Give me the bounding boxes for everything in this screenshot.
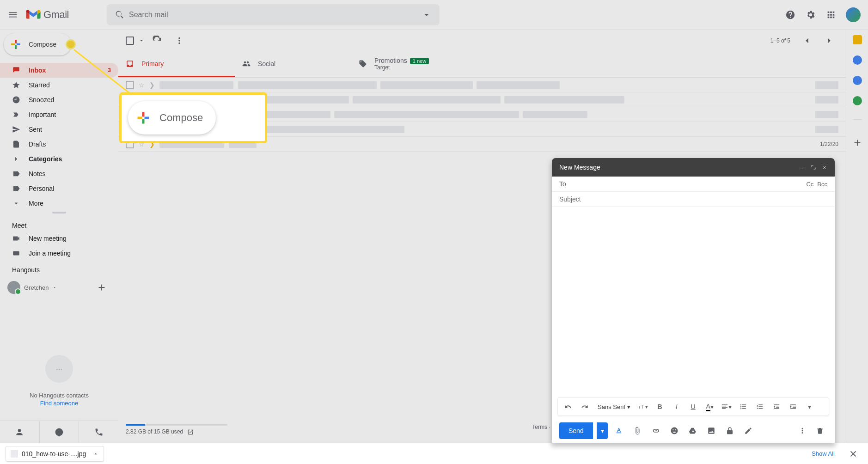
undo-button[interactable] [562,400,575,413]
show-all-downloads[interactable]: Show All [806,447,840,460]
find-someone-link[interactable]: Find someone [0,400,118,407]
text-color-button[interactable]: A ▾ [703,400,716,413]
keep-addon-icon[interactable] [853,55,862,65]
nav-starred[interactable]: Starred [0,78,118,92]
open-link-icon[interactable] [187,429,194,435]
search-bar[interactable] [107,4,440,25]
compose-button[interactable]: Compose [4,33,71,55]
prev-page-button[interactable] [798,31,816,50]
attach-file-button[interactable] [630,423,645,438]
cc-toggle[interactable]: Cc [806,181,813,188]
select-all-checkbox[interactable] [126,37,134,45]
get-addons-button[interactable] [848,134,867,152]
tasks-addon-icon[interactable] [853,76,862,85]
download-filename: 010_how-to-use-....jpg [22,450,86,458]
insert-link-button[interactable] [648,423,663,438]
insert-signature-button[interactable] [741,423,756,438]
italic-button[interactable]: I [670,400,683,413]
subject-input[interactable] [559,195,827,203]
bulleted-list-button[interactable] [753,400,766,413]
align-button[interactable]: ▾ [720,400,733,413]
discard-draft-button[interactable] [813,423,827,438]
indent-less-button[interactable] [770,400,783,413]
phone-tab[interactable] [79,421,118,443]
gmail-logo[interactable]: Gmail [26,9,69,21]
download-chip[interactable]: 010_how-to-use-....jpg [6,446,104,462]
compose-plus-icon [10,39,21,50]
compose-label: Compose [29,41,56,48]
nav-more[interactable]: More [0,196,118,211]
nav-sent[interactable]: Sent [0,122,118,137]
chevron-up-icon[interactable] [92,451,99,457]
subject-row[interactable] [552,192,835,207]
svg-rect-0 [15,40,17,43]
hangouts-empty-state: No Hangouts contacts Find someone [0,355,118,407]
contacts-tab[interactable] [0,421,40,443]
minimize-icon[interactable] [800,165,805,170]
font-size-button[interactable]: тT ▾ [637,400,650,413]
hangouts-tab[interactable] [40,421,79,443]
new-chat-button[interactable] [92,278,111,297]
compose-header[interactable]: New Message [552,158,835,177]
to-input[interactable] [570,180,803,188]
meet-new-meeting[interactable]: New meeting [0,231,118,246]
format-toolbar: Sans Serif ▾ тT ▾ B I U A ▾ ▾ ▾ [557,397,829,416]
settings-button[interactable] [801,6,820,24]
contacts-addon-icon[interactable] [853,96,862,105]
insert-drive-button[interactable] [685,423,700,438]
mail-row[interactable]: ☆❯ [118,78,846,92]
send-row: Send ▾ [552,419,835,443]
more-options-button[interactable] [795,423,810,438]
account-avatar[interactable] [846,7,861,22]
importance-marker[interactable]: ❯ [149,81,155,89]
tab-social[interactable]: Social [235,52,351,77]
compose-body[interactable] [552,207,835,397]
right-side-panel [846,30,868,443]
confidential-mode-button[interactable] [722,423,737,438]
main-menu-button[interactable] [4,6,22,24]
meet-join-meeting[interactable]: Join a meeting [0,246,118,261]
insert-photo-button[interactable] [704,423,719,438]
numbered-list-button[interactable] [737,400,750,413]
download-bar: 010_how-to-use-....jpg Show All [0,443,868,464]
hangouts-user-row[interactable]: Gretchen [0,275,118,299]
terms-link[interactable]: Terms [532,424,547,430]
more-vert-icon [174,36,184,46]
nav-drafts[interactable]: Drafts [0,137,118,152]
nav-notes[interactable]: Notes [0,166,118,181]
star-toggle[interactable]: ☆ [139,81,145,89]
nav-personal[interactable]: Personal [0,181,118,196]
nav-snoozed[interactable]: Snoozed [0,92,118,107]
close-icon[interactable] [822,165,827,170]
font-family-select[interactable]: Sans Serif ▾ [595,403,633,410]
tab-promotions[interactable]: Promotions1 new Target [351,52,468,77]
underline-button[interactable]: U [687,400,700,413]
format-more-button[interactable]: ▾ [803,400,816,413]
close-download-bar[interactable] [844,445,862,463]
search-options-button[interactable] [417,6,436,24]
search-button[interactable] [110,6,129,24]
refresh-button[interactable] [148,31,166,50]
more-button[interactable] [170,31,189,50]
next-page-button[interactable] [820,31,838,50]
search-input[interactable] [129,11,417,19]
nav-important[interactable]: Important [0,107,118,122]
apps-button[interactable] [822,6,840,24]
send-options-button[interactable]: ▾ [597,422,608,439]
row-checkbox[interactable] [126,81,134,89]
formatting-toggle[interactable] [611,423,626,438]
bold-button[interactable]: B [654,400,666,413]
fullscreen-icon[interactable] [811,165,816,170]
insert-emoji-button[interactable] [667,423,682,438]
redo-button[interactable] [578,400,591,413]
nav-categories[interactable]: Categories [0,152,118,166]
send-button[interactable]: Send [559,422,593,439]
support-button[interactable] [781,6,800,24]
calendar-addon-icon[interactable] [853,35,862,44]
tab-primary[interactable]: Primary [118,52,235,77]
to-row[interactable]: To Cc Bcc [552,177,835,192]
bcc-toggle[interactable]: Bcc [817,181,827,188]
indent-more-button[interactable] [787,400,800,413]
select-dropdown-icon[interactable] [139,38,144,43]
sidebar-resize-handle[interactable] [52,212,66,214]
